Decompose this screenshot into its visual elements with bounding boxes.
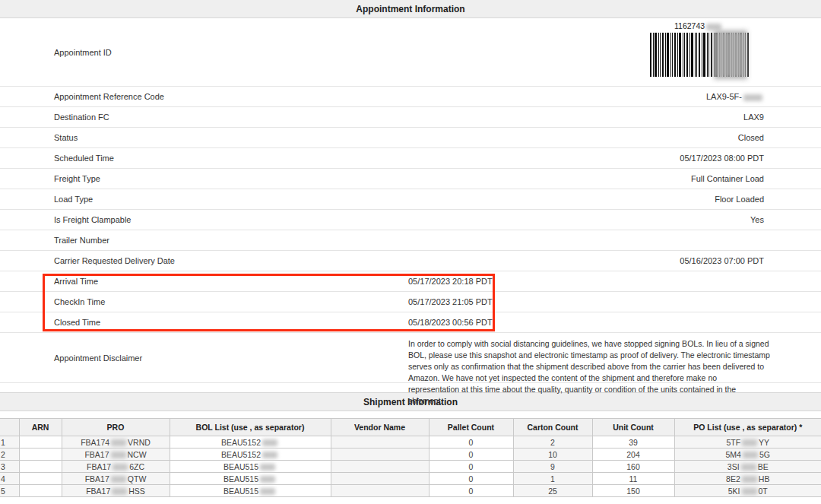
cell-arn [19,485,62,497]
cell-pro: FBA176ZC [62,461,170,473]
table-row: 4 FBA17QTW BEAU515 0 1 11 8E2HB [0,473,821,485]
field-label: Is Freight Clampable [54,215,132,224]
cell-pro: FBA17QTW [62,473,170,485]
redacted-text [742,488,757,495]
cell-pallet: 0 [429,461,513,473]
cell-pro: FBA174VRND [62,436,170,449]
table-row: 3 FBA176ZC BEAU515 0 9 160 3SIBE [0,461,821,473]
redacted-text [743,452,758,458]
barcode-redaction-smudge [714,30,747,79]
disclaimer-label: Appointment Disclaimer [54,353,142,363]
field-value: Closed [738,133,764,142]
redacted-text [112,488,127,495]
cell-unit: 39 [592,436,674,449]
field-label: Freight Type [54,174,100,183]
column-header-pallet-count: Pallet Count [429,419,513,436]
disclaimer-text: In order to comply with social distancin… [408,338,770,407]
field-value: Yes [750,215,764,224]
field-row: Destination FC LAX9 [0,107,821,128]
appointment-information-header: Appointment Information [0,0,821,18]
column-header-po-list: PO List (use , as separator) * [674,419,821,436]
cell-rownum: 4 [0,473,19,485]
field-label: Carrier Requested Delivery Date [54,256,175,265]
redacted-text [113,464,128,471]
appointment-snapshot-page: Appointment Information Appointment ID 1… [0,0,821,504]
cell-arn [19,473,62,485]
redacted-text [742,439,757,446]
field-label: Status [54,133,78,142]
column-header-unit-count: Unit Count [592,419,674,436]
cell-arn [19,461,62,473]
cell-rownum: 3 [0,461,19,473]
field-label: Closed Time [54,318,100,327]
disclaimer-row: Appointment Disclaimer In order to compl… [0,333,821,383]
field-row: Is Freight Clampable Yes [0,210,821,230]
cell-bol: BEAU515 [170,461,331,473]
field-value: 05/16/2023 07:00 PDT [680,256,764,265]
field-value: Full Container Load [691,174,764,183]
table-row: 2 FBA17NCW BEAU5152 0 10 204 5M45G [0,449,821,461]
cell-unit: 11 [592,473,674,485]
redacted-text [260,488,275,495]
field-row: Freight Type Full Container Load [0,169,821,189]
redacted-text [743,94,762,101]
cell-pro: FBA17NCW [62,449,170,461]
cell-carton: 25 [513,485,592,497]
cell-rownum: 2 [0,449,19,461]
field-row: Scheduled Time 05/17/2023 08:00 PDT [0,148,821,169]
cell-carton: 2 [513,436,592,449]
cell-pro: FBA17HSS [62,485,170,497]
field-row: Load Type Floor Loaded [0,189,821,210]
cell-rownum: 1 [0,436,19,449]
table-row: 1 FBA174VRND BEAU5152 0 2 39 5TFYY [0,436,821,449]
cell-carton: 1 [513,473,592,485]
appointment-information-title: Appointment Information [356,4,464,14]
redacted-text [262,439,277,446]
redacted-text [260,476,275,483]
barcode-block: 1162743 [650,21,749,77]
field-label: Appointment Reference Code [54,92,164,101]
field-row: Arrival Time 05/17/2023 20:18 PDT [0,271,821,292]
cell-carton: 10 [513,449,592,461]
cell-carton: 9 [513,461,592,473]
redacted-text [262,452,277,458]
redacted-text [260,464,275,471]
field-value: 05/17/2023 21:05 PDT [408,297,493,306]
field-value: LAX9 [743,113,764,122]
redacted-text [706,24,721,30]
table-gap [0,411,821,418]
field-value: 05/17/2023 08:00 PDT [680,154,764,163]
cell-arn [19,436,62,449]
field-row: Trailer Number [0,230,821,251]
appointment-id-label: Appointment ID [54,48,112,57]
cell-bol: BEAU515 [170,485,331,497]
redacted-text [111,476,126,483]
column-header-rownum [0,419,19,436]
column-header-vendor-name: Vendor Name [331,419,429,436]
appointment-id-row: Appointment ID 1162743 [0,18,821,87]
column-header-pro: PRO [62,419,170,436]
field-value: Floor Loaded [715,195,764,204]
field-row: Status Closed [0,128,821,148]
timestamp-highlight-section: Arrival Time 05/17/2023 20:18 PDT CheckI… [0,271,821,333]
cell-po: 8E2HB [674,473,821,485]
cell-pallet: 0 [429,436,513,449]
cell-unit: 160 [592,461,674,473]
cell-po: 5TFYY [674,436,821,449]
cell-unit: 150 [592,485,674,497]
field-row: Appointment Reference Code LAX9-5F- [0,87,821,107]
cell-pallet: 0 [429,485,513,497]
cell-vendor [331,436,429,449]
table-header-row: ARN PRO BOL List (use , as separator) Ve… [0,419,821,436]
cell-vendor [331,473,429,485]
redacted-text [741,464,756,471]
appointment-id-number: 1162743 [674,21,749,30]
redacted-text [111,439,126,446]
field-label: Scheduled Time [54,154,114,163]
column-header-arn: ARN [19,419,62,436]
field-value: 05/17/2023 20:18 PDT [408,277,493,286]
field-row: CheckIn Time 05/17/2023 21:05 PDT [0,292,821,312]
field-row: Carrier Requested Delivery Date 05/16/20… [0,251,821,271]
cell-unit: 204 [592,449,674,461]
shipment-table: ARN PRO BOL List (use , as separator) Ve… [0,418,821,497]
